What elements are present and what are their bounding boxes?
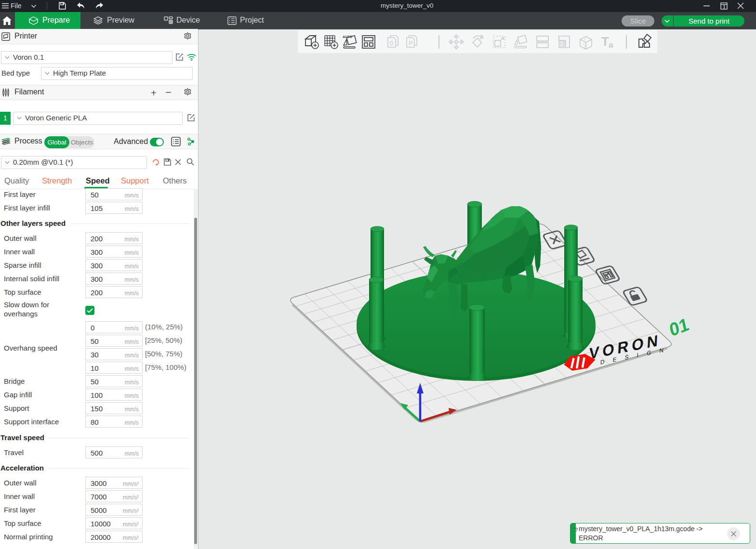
svg-text:P: P [409, 39, 413, 47]
svg-text:0: 0 [390, 39, 393, 47]
svg-text:a: a [609, 40, 613, 50]
svg-text:01: 01 [667, 314, 690, 340]
svg-text:T: T [601, 34, 609, 49]
